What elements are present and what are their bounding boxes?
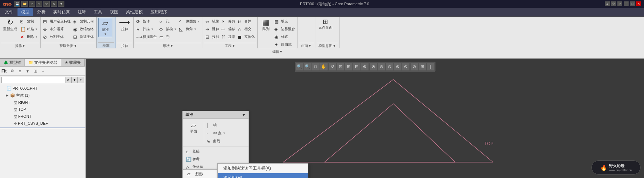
window-restore[interactable]: □	[630, 1, 635, 6]
fill-button[interactable]: ▧填充	[273, 18, 296, 25]
tree-add-button[interactable]: +	[40, 68, 47, 75]
base-popup-header: 基准 ▼	[183, 111, 248, 119]
window-title: PRT0001 (活动的) - Creo Parametric 7.0	[64, 1, 605, 7]
front-icon: ◱	[14, 114, 17, 119]
minimize-button[interactable]: ▲	[605, 1, 610, 6]
ribbon-stretch: ⟶ 拉伸 拉伸	[116, 17, 134, 48]
tree-item-body[interactable]: ▶ 📦 主体 (1)	[0, 92, 85, 99]
scan-button[interactable]: ⤷扫描▼	[135, 25, 158, 33]
boolean-button[interactable]: ⊕布尔运算	[42, 25, 72, 33]
point-button[interactable]: ·×× 点▼	[205, 129, 226, 137]
ctx-add-quickaccess[interactable]: 添加到快速访问工具栏(A)	[218, 164, 308, 173]
tab-favorites[interactable]: ★ 收藏夹	[61, 59, 85, 66]
close-icon[interactable]: ✕	[51, 1, 57, 7]
copy-button[interactable]: ⎘复制	[19, 18, 39, 25]
draft-button[interactable]: ◇拔模▼	[158, 25, 178, 33]
tree-settings-button[interactable]: ⚙	[9, 68, 16, 75]
tree-item-top[interactable]: ◱ TOP	[0, 106, 85, 113]
search-dropdown-button[interactable]: ▼	[71, 77, 78, 83]
tree-item-right[interactable]: ◱ RIGHT	[0, 99, 85, 106]
open-icon[interactable]: 📂	[21, 1, 28, 7]
window-close[interactable]: ✕	[636, 1, 641, 6]
new-body-button[interactable]: ⊞新建主体	[72, 33, 95, 41]
canvas-area[interactable]: 🔍 🔍 □ ✋ ↺ ⊡ ⊞ ⊟ ⊕ ⊗ ⊙ ⊚ ⊛ ⊜ ⊝ ⊞ ‖	[86, 59, 644, 178]
regen-icon[interactable]: ↻	[43, 1, 50, 7]
shape-col1: ⟳旋转 ⤷扫描▼ ⟿扫描混合	[135, 18, 158, 41]
top-label: TOP	[18, 107, 26, 111]
reference-button[interactable]: 🔄参考	[185, 155, 246, 163]
menu-simulation[interactable]: 实时仿真	[50, 8, 74, 16]
settings-icon[interactable]: ⚙	[611, 1, 616, 6]
shrink-button[interactable]: ◉收缩包络	[72, 25, 95, 33]
menu-flex[interactable]: 柔性建模	[122, 8, 146, 16]
menu-analysis[interactable]: 分析	[34, 8, 49, 16]
delete-button[interactable]: ✕删除▼	[19, 33, 39, 41]
thicken-button[interactable]: ⇈加厚	[220, 33, 236, 41]
hole-button[interactable]: ○孔	[158, 18, 178, 25]
menu-model[interactable]: 模型	[18, 8, 33, 16]
extend-button[interactable]: ⇥延伸	[204, 25, 220, 33]
trim-button[interactable]: ✂修剪	[220, 18, 236, 25]
tree-item-csys[interactable]: ✛ PRT_CSYS_DEF	[0, 120, 85, 127]
menu-file[interactable]: 文件	[1, 8, 17, 16]
regenerate-button[interactable]: ↻ 重新生成	[1, 18, 19, 32]
shell-button[interactable]: ▭壳	[158, 33, 178, 41]
menu-annotation[interactable]: 注释	[74, 8, 90, 16]
shape-col3: ◜倒圆角▼ ◺倒角▼	[178, 18, 201, 33]
user-feature-button[interactable]: ⊞用户定义特征	[42, 18, 72, 25]
base-big-button[interactable]: ⌂基础	[185, 148, 246, 155]
merge-button[interactable]: ⊎合并	[237, 18, 256, 25]
add-filter-button[interactable]: +	[78, 77, 84, 83]
curve-button[interactable]: ∿曲线	[205, 137, 226, 145]
extra-icon[interactable]: ▼	[58, 1, 64, 7]
save-icon[interactable]: 💾	[14, 1, 20, 7]
freestyle-button[interactable]: ✦自由式	[273, 41, 296, 48]
intersect-button[interactable]: ∩相交	[237, 25, 256, 33]
edit-small: ▧填充 ◈边界混合 ◉样式 ✦自由式	[273, 18, 296, 48]
tree-content: 📄 PRT0001.PRT ▶ 📦 主体 (1) ◱ RIGHT ◱ TOP	[0, 84, 85, 178]
tree-filter-button[interactable]: ▼	[24, 68, 31, 75]
project-button[interactable]: ⊟投影	[204, 33, 220, 41]
plane-button[interactable]: ▱ 平面	[185, 121, 202, 145]
help-icon[interactable]: ?	[617, 1, 622, 6]
front-label: FRONT	[18, 114, 31, 118]
component-interface-button[interactable]: ⊞ 元件界面	[317, 18, 334, 31]
window-minimize[interactable]: —	[624, 1, 629, 6]
style-button[interactable]: ◉样式	[273, 33, 296, 41]
copy-geom-button[interactable]: ◈复制几何	[72, 18, 95, 25]
chamfer-button[interactable]: ◺倒角▼	[178, 25, 201, 33]
paste-button[interactable]: 📋粘贴▼	[19, 25, 39, 33]
folder-icon: 📁	[28, 60, 33, 65]
scan-mix-button[interactable]: ⟿扫描混合	[135, 33, 158, 41]
undo-icon[interactable]: ↩	[29, 1, 35, 7]
fit-text: FIt	[1, 69, 7, 74]
solidify-button[interactable]: ◼实体化	[237, 33, 256, 41]
mirror-button[interactable]: ⇔镜像	[204, 18, 220, 25]
menu-apps[interactable]: 应用程序	[147, 8, 171, 16]
search-input[interactable]	[1, 77, 65, 83]
tree-item-prt[interactable]: 📄 PRT0001.PRT	[0, 85, 85, 92]
redo-icon[interactable]: ↪	[36, 1, 42, 7]
fillet-button[interactable]: ◜倒圆角▼	[178, 18, 201, 25]
menu-view[interactable]: 视图	[106, 8, 122, 16]
rotate-button[interactable]: ⟳旋转	[135, 18, 158, 25]
axis-button[interactable]: │轴	[205, 121, 226, 129]
split-body-button[interactable]: ⊘分割主体	[42, 33, 72, 41]
tab-file-browser[interactable]: 📁 文件夹浏览器	[25, 59, 61, 66]
tab-model-tree[interactable]: 🌲 模型树	[0, 59, 25, 66]
search-icon-button[interactable]: ✕	[65, 77, 71, 83]
right-icon: ◱	[14, 100, 17, 105]
window-controls: ▲ ⚙ ? — □ ✕	[605, 1, 641, 6]
menu-tools[interactable]: 工具	[90, 8, 106, 16]
ctx-move-to-group[interactable]: 移至组(M)	[218, 173, 308, 178]
boundary-mix-button[interactable]: ◈边界混合	[273, 25, 296, 33]
tree-columns-button[interactable]: ≡	[16, 68, 23, 75]
base-button[interactable]: ▱ 基准 ▼	[98, 18, 112, 37]
app-container: creo· 💾 📂 ↩ ↪ ↻ ✕ ▼ PRT0001 (活动的) - Creo…	[0, 0, 644, 178]
stretch-button[interactable]: ⟶ 拉伸	[117, 18, 132, 32]
ribbon-shape: ⟳旋转 ⤷扫描▼ ⟿扫描混合 ○孔 ◇拔模▼ ▭壳 ◜倒圆角▼ ◺倒角▼ 形状▼	[134, 17, 203, 48]
array-button[interactable]: ▦ 阵列	[259, 18, 273, 32]
offset-button[interactable]: ⇨偏移	[220, 25, 236, 33]
tree-expand-button[interactable]: ◫	[32, 68, 39, 75]
tree-item-front[interactable]: ◱ FRONT	[0, 113, 85, 120]
